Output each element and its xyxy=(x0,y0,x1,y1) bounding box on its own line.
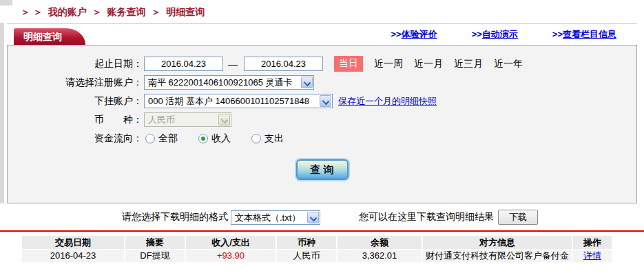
flow-income-radio[interactable]: 收入 xyxy=(196,132,231,145)
currency-value: 人民币 xyxy=(145,113,218,126)
radio-icon[interactable] xyxy=(145,134,155,143)
breadcrumb-item-detail-query: 明细查询 xyxy=(166,6,205,17)
last-year-button[interactable]: 近一年 xyxy=(494,58,523,70)
sub-account-value: 000 活期 基本户 1406600101102571848 xyxy=(145,94,319,108)
download-format-select[interactable]: 文本格式（.txt） xyxy=(231,210,320,225)
cell-balance: 3,362.01 xyxy=(337,250,422,262)
download-format-value: 文本格式（.txt） xyxy=(231,211,307,224)
query-button[interactable]: 查 询 xyxy=(296,159,349,180)
detail-link[interactable]: 详情 xyxy=(583,250,601,261)
cell-summary: DF提现 xyxy=(125,250,185,262)
auto-demo-link[interactable]: >>自动演示 xyxy=(472,28,518,41)
currency-select-disabled: 人民币 xyxy=(144,112,231,127)
section-header-row: 明细查询 >>体验评价 >>自动演示 >>查看栏目信息 xyxy=(7,28,637,45)
radio-icon[interactable] xyxy=(251,134,261,143)
download-hint-text: 您可以在这里下载查询明细结果 xyxy=(359,211,494,223)
transaction-table: 交易日期 摘要 收入/支出 币种 余额 对方信息 操作 2016-04-23 D… xyxy=(22,236,612,262)
start-date-input[interactable]: 2016.04.23 xyxy=(144,57,223,71)
chevron-down-icon[interactable] xyxy=(307,212,319,223)
view-column-info-link[interactable]: >>查看栏目信息 xyxy=(552,28,616,41)
last-quarter-button[interactable]: 近三月 xyxy=(454,58,483,70)
link-label: 自动演示 xyxy=(482,29,518,39)
flow-expense-radio[interactable]: 支出 xyxy=(249,132,284,145)
last-week-button[interactable]: 近一周 xyxy=(374,58,403,70)
breadcrumb-item-my-account[interactable]: 我的账户 xyxy=(48,6,87,17)
chevron-down-icon[interactable] xyxy=(320,95,331,107)
link-prefix: >> xyxy=(472,29,482,39)
cell-amount: +93.90 xyxy=(186,250,276,262)
end-date-input[interactable]: 2016.04.23 xyxy=(244,57,323,71)
fund-flow-row: 资金流向： 全部 收入 支出 xyxy=(8,129,636,148)
flow-all-label: 全部 xyxy=(158,132,178,145)
fund-flow-label: 资金流向： xyxy=(8,132,143,145)
page-title: 明细查询 xyxy=(23,31,62,42)
link-label: 体验评价 xyxy=(402,29,437,39)
date-range-label: 起止日期： xyxy=(8,58,143,70)
top-links: >>体验评价 >>自动演示 >>查看栏目信息 xyxy=(391,28,637,45)
breadcrumb-separator: ＞ xyxy=(92,6,102,17)
registered-account-label: 请选择注册账户： xyxy=(8,77,143,89)
registered-account-row: 请选择注册账户： 南平 6222001406100921065 灵通卡 xyxy=(8,73,636,92)
frame-corner-decoration xyxy=(0,0,12,6)
save-month-snapshot-link[interactable]: 保存近一个月的明细快照 xyxy=(338,95,437,108)
registered-account-value: 南平 6222001406100921065 灵通卡 xyxy=(145,76,300,89)
today-button[interactable]: 当日 xyxy=(334,56,363,72)
currency-row: 币 种： 人民币 xyxy=(8,110,636,129)
tab-detail-query: 明细查询 xyxy=(14,28,66,45)
breadcrumb: ＞ ＞ 我的账户 ＞ 账务查询 ＞ 明细查询 xyxy=(0,0,644,19)
cell-transaction-date: 2016-04-23 xyxy=(22,250,124,262)
cell-currency: 人民币 xyxy=(277,250,336,262)
sub-account-select[interactable]: 000 活期 基本户 1406600101102571848 xyxy=(144,94,333,108)
header-balance: 余额 xyxy=(337,236,422,249)
link-label: 查看栏目信息 xyxy=(563,29,616,39)
breadcrumb-divider xyxy=(7,23,637,24)
header-currency: 币种 xyxy=(277,236,336,249)
chevron-down-icon xyxy=(218,114,230,126)
query-form-panel: 起止日期： 2016.04.23 — 2016.04.23 当日 近一周 近一月… xyxy=(7,45,637,203)
query-button-row: 查 询 xyxy=(8,159,636,180)
frame-left-edge-decoration xyxy=(0,23,4,203)
sub-account-row: 下挂账户： 000 活期 基本户 1406600101102571848 保存近… xyxy=(8,92,636,110)
date-range-row: 起止日期： 2016.04.23 — 2016.04.23 当日 近一周 近一月… xyxy=(8,54,636,73)
download-format-label: 请您选择下载明细的格式 xyxy=(122,211,228,223)
breadcrumb-arrows: ＞ ＞ xyxy=(21,6,43,17)
header-transaction-date: 交易日期 xyxy=(22,236,124,249)
download-button[interactable]: 下载 xyxy=(498,210,538,225)
flow-expense-label: 支出 xyxy=(264,132,284,145)
detail-link-cell: 详情 xyxy=(573,250,612,262)
header-income-expense: 收入/支出 xyxy=(186,236,276,249)
cell-counterparty: 财付通支付科技有限公司客户备付金 xyxy=(423,250,572,262)
header-action: 操作 xyxy=(573,236,612,249)
date-range-dash: — xyxy=(228,59,238,70)
table-header-row: 交易日期 摘要 收入/支出 币种 余额 对方信息 操作 xyxy=(22,236,612,249)
registered-account-select[interactable]: 南平 6222001406100921065 灵通卡 xyxy=(144,75,314,90)
link-prefix: >> xyxy=(391,29,401,39)
chevron-down-icon[interactable] xyxy=(301,77,313,88)
currency-label: 币 种： xyxy=(8,114,143,126)
flow-income-label: 收入 xyxy=(211,132,231,145)
link-prefix: >> xyxy=(552,29,563,39)
radio-checked-icon[interactable] xyxy=(198,134,208,143)
table-top-divider xyxy=(0,230,644,232)
last-month-button[interactable]: 近一月 xyxy=(414,58,443,70)
flow-all-radio[interactable]: 全部 xyxy=(143,132,178,145)
sub-account-label: 下挂账户： xyxy=(8,95,143,108)
experience-rating-link[interactable]: >>体验评价 xyxy=(391,28,437,41)
header-summary: 摘要 xyxy=(125,236,185,249)
table-row: 2016-04-23 DF提现 +93.90 人民币 3,362.01 财付通支… xyxy=(22,250,612,262)
header-counterparty: 对方信息 xyxy=(423,236,572,249)
breadcrumb-item-account-query[interactable]: 账务查询 xyxy=(107,6,146,17)
download-row: 请您选择下载明细的格式 文本格式（.txt） 您可以在这里下载查询明细结果 下载 xyxy=(122,209,644,226)
breadcrumb-separator: ＞ xyxy=(151,6,160,17)
